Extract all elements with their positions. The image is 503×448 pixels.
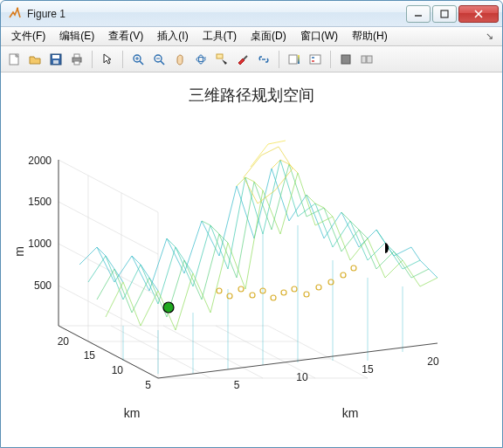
svg-text:5: 5 — [145, 379, 151, 391]
svg-rect-2 — [441, 10, 448, 17]
legend-button[interactable] — [306, 50, 325, 69]
start-marker — [163, 302, 174, 313]
menu-help[interactable]: 帮助(H) — [345, 27, 395, 45]
svg-text:20: 20 — [58, 335, 70, 348]
mesh-surface: 500 1000 1500 2000 5 10 15 20 5 10 15 20… — [1, 72, 502, 447]
colorbar-button[interactable] — [285, 50, 304, 69]
svg-text:15: 15 — [362, 363, 374, 376]
svg-point-65 — [281, 290, 286, 295]
svg-line-13 — [140, 61, 143, 65]
svg-rect-26 — [310, 55, 320, 64]
open-button[interactable] — [25, 50, 45, 69]
x-axis-label: km — [342, 406, 359, 420]
svg-line-48 — [216, 326, 315, 378]
svg-text:1000: 1000 — [28, 238, 52, 250]
svg-text:500: 500 — [34, 279, 52, 292]
svg-point-67 — [304, 292, 309, 297]
y-axis-label: km — [124, 406, 141, 420]
menu-edit[interactable]: 编辑(E) — [52, 27, 101, 45]
svg-rect-29 — [341, 55, 350, 64]
svg-line-22 — [244, 56, 247, 59]
window-buttons — [404, 5, 499, 23]
svg-rect-24 — [289, 55, 297, 64]
show-tools-button[interactable] — [357, 50, 376, 69]
svg-text:2000: 2000 — [28, 155, 52, 167]
menu-file[interactable]: 文件(F) — [4, 27, 52, 45]
maximize-button[interactable] — [432, 5, 457, 23]
menu-window[interactable]: 窗口(W) — [293, 27, 345, 45]
brush-button[interactable] — [233, 50, 252, 69]
svg-line-37 — [59, 202, 158, 254]
menu-desktop[interactable]: 桌面(D) — [244, 27, 293, 45]
svg-line-72 — [59, 326, 158, 378]
menu-insert[interactable]: 插入(I) — [150, 27, 195, 45]
svg-line-46 — [111, 326, 210, 378]
svg-line-49 — [268, 326, 368, 378]
datacursor-button[interactable] — [212, 50, 231, 69]
close-button[interactable] — [458, 5, 499, 23]
zoom-in-button[interactable] — [128, 50, 148, 69]
svg-line-47 — [163, 326, 263, 378]
svg-point-20 — [199, 55, 203, 64]
z-axis-label: m — [12, 246, 26, 257]
svg-point-71 — [351, 265, 356, 271]
figure-window: Figure 1 文件(F) 编辑(E) 查看(V) 插入(I) 工具(T) 桌… — [0, 0, 503, 448]
menubar: 文件(F) 编辑(E) 查看(V) 插入(I) 工具(T) 桌面(D) 窗口(W… — [1, 27, 502, 46]
svg-text:20: 20 — [427, 355, 439, 368]
svg-rect-11 — [74, 61, 79, 65]
svg-rect-7 — [52, 55, 59, 59]
save-button[interactable] — [46, 50, 65, 69]
svg-point-62 — [250, 293, 255, 298]
svg-point-68 — [316, 285, 321, 290]
axes-3d[interactable]: 三维路径规划空间 — [1, 72, 502, 447]
svg-rect-31 — [367, 56, 372, 63]
svg-point-0 — [17, 7, 18, 9]
minimize-button[interactable] — [406, 5, 431, 23]
window-title: Figure 1 — [27, 8, 404, 20]
svg-text:5: 5 — [234, 379, 240, 391]
svg-rect-21 — [217, 54, 223, 59]
svg-point-19 — [196, 57, 205, 61]
hide-tools-button[interactable] — [336, 50, 355, 69]
svg-point-64 — [271, 295, 276, 300]
svg-point-61 — [238, 286, 244, 292]
svg-point-59 — [217, 288, 222, 293]
menu-view[interactable]: 查看(V) — [101, 27, 150, 45]
link-button[interactable] — [254, 50, 273, 69]
rotate-button[interactable] — [191, 50, 210, 69]
end-marker — [385, 243, 389, 253]
svg-rect-8 — [53, 60, 59, 64]
svg-text:10: 10 — [112, 364, 124, 376]
svg-line-17 — [161, 61, 164, 65]
svg-rect-10 — [74, 54, 79, 58]
path-markers — [217, 265, 356, 300]
matlab-icon — [8, 7, 22, 21]
svg-point-70 — [341, 272, 346, 278]
svg-text:1500: 1500 — [28, 196, 52, 208]
menubar-chevron-icon[interactable]: ↘ — [480, 31, 499, 42]
svg-point-66 — [292, 286, 297, 292]
svg-rect-25 — [298, 55, 300, 64]
pan-button[interactable] — [170, 50, 189, 69]
zoom-out-button[interactable] — [149, 50, 169, 69]
new-figure-button[interactable] — [4, 50, 24, 69]
titlebar[interactable]: Figure 1 — [1, 1, 502, 27]
pointer-button[interactable] — [98, 50, 117, 69]
svg-line-36 — [59, 160, 158, 212]
print-button[interactable] — [67, 50, 86, 69]
svg-rect-30 — [362, 56, 366, 63]
svg-text:15: 15 — [84, 349, 96, 362]
menu-tools[interactable]: 工具(T) — [196, 27, 244, 45]
svg-text:10: 10 — [296, 371, 308, 383]
toolbar — [1, 46, 502, 72]
